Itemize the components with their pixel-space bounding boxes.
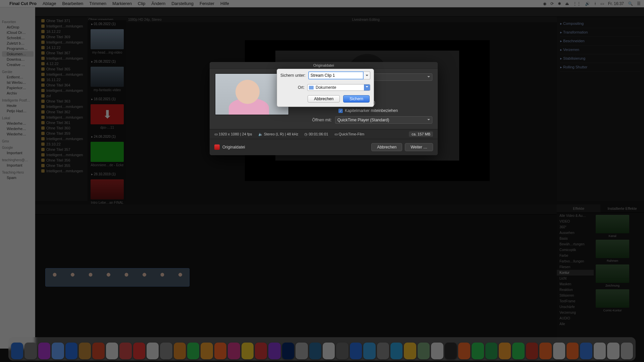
sidebar-item[interactable]: Spam [2,175,34,180]
browser-item[interactable]: Intelligent…mmlungen [35,56,87,61]
browser-item[interactable]: Intelligent…mmlungen [35,115,87,120]
volume-icon[interactable]: 🔊 [585,1,590,6]
thumb-tile[interactable]: my-fantastic-video [91,67,124,92]
dock-app[interactable] [404,343,416,359]
effects-tab[interactable]: Installierte Effekte [600,204,644,213]
browser-item[interactable]: Ohne Titel 367 [35,50,87,56]
dock-app[interactable] [147,343,159,359]
dock-app[interactable] [296,343,308,359]
dock-app[interactable] [65,343,77,359]
effect-thumb[interactable]: Kanal [596,215,629,238]
dock-app[interactable] [594,343,606,359]
dock-app[interactable] [445,343,457,359]
inspector-panel[interactable]: ▸ Compositing▸ Transformation▸ Beschneid… [557,17,644,201]
bluetooth-icon[interactable]: ᚼ [594,1,596,6]
dock-app[interactable] [106,343,118,359]
sidebar-item[interactable]: Petjo Had… [2,108,34,114]
sidebar-item[interactable]: iCloud Dr… [2,30,34,35]
dock-app[interactable] [214,343,226,359]
menu-fenster[interactable]: Fenster [200,1,214,6]
browser-item[interactable]: 4.12.22 [35,61,87,66]
timeline-ruler[interactable] [35,204,557,215]
browser-item[interactable]: 18.12.22 [35,29,87,34]
sidebar-item[interactable]: Dokumen… [2,51,34,57]
clock[interactable]: Fr. 16:37 [608,1,624,6]
browser-item[interactable]: Ohne Titel 357 [35,147,87,152]
sidebar-item[interactable]: Zuletzt b… [2,41,34,46]
dock-app[interactable] [38,343,50,359]
battery-icon[interactable]: ▭ [600,1,604,6]
effects-category[interactable]: Alle [557,321,594,327]
dock-app[interactable] [174,343,186,359]
menu-bearbeiten[interactable]: Bearbeiten [62,1,83,6]
export-destination[interactable]: Originaldatei [214,144,245,150]
openwith-select[interactable]: QuickTime Player (Standard) [335,116,432,124]
browser-item[interactable]: zvl [35,93,87,99]
timeline-clip[interactable] [45,268,190,287]
expand-save-icon[interactable] [364,71,370,79]
sidebar-item[interactable]: Entfernt… [2,74,34,80]
menu-trimmen[interactable]: Trimmen [89,1,106,6]
thumb-tile[interactable]: Abonniere…de - Ecke [91,142,124,167]
effects-tab[interactable]: Effekte [557,204,600,213]
dock-app[interactable] [390,343,402,359]
save-name-input[interactable] [308,71,364,79]
thumb-date[interactable]: ▸ 18.02.2021 (1) [88,95,126,101]
inspector-section[interactable]: ▸ Rolling Shutter [560,63,641,72]
browser-item[interactable]: Ohne Titel 356 [35,158,87,163]
browser-item[interactable]: Ohne Titel 369 [35,34,87,40]
inspector-section[interactable]: ▸ Compositing [560,19,641,28]
sidebar-item[interactable]: Wiederhe… [2,126,34,131]
dock-app[interactable] [309,343,321,359]
browser-item[interactable]: Ohne Titel 363 [35,99,87,104]
effects-category[interactable]: Farbvo…llungen [557,258,594,264]
effects-category[interactable]: Licht [557,276,594,281]
dock-app[interactable] [472,343,484,359]
status-icon[interactable]: ◉ [543,1,546,6]
effects-category[interactable]: Stilisieren [557,293,594,298]
effects-category[interactable]: Unschärfe [557,304,594,310]
dock-app[interactable] [228,343,240,359]
dock-app[interactable] [607,343,619,359]
dock-app[interactable] [133,343,145,359]
effects-category[interactable]: Alle Video & Au… [557,213,594,219]
browser-item[interactable]: 23.10.22 [35,141,87,147]
menu-clip[interactable]: Clip [138,1,145,6]
sidebar-item[interactable]: Heute [2,103,34,108]
dock-app[interactable] [553,343,565,359]
effects-category[interactable]: Fliesen [557,264,594,270]
browser-item[interactable]: Ohne Titel 364 [35,82,87,88]
thumb-tile[interactable]: ⬇dpo-…11 [91,104,124,129]
browser-item[interactable]: Intelligent…mmlungen [35,23,87,29]
dock-app[interactable] [92,343,104,359]
thumb-date[interactable]: ▸ 01.09.2022 (1) [88,20,126,26]
export-cancel-button[interactable]: Abbrechen [371,143,402,151]
dock-app[interactable] [539,343,551,359]
dock-app[interactable] [187,343,199,359]
browser-item[interactable]: Intelligent…mmlungen [35,104,87,109]
browser-item[interactable]: Ohne Titel 359 [35,131,87,136]
dock-app[interactable] [621,343,633,359]
browser-item[interactable]: 14.12.22 [35,45,87,50]
dock-app[interactable] [52,343,64,359]
browser-item[interactable]: Intelligent…mmlungen [35,88,87,93]
dock-app[interactable] [499,343,511,359]
thumb-date[interactable]: ▸ 28.10.2019 (1) [88,170,126,176]
effect-thumb[interactable]: Comic-Kontur [596,289,629,312]
browser-item[interactable]: 16.11.22 [35,77,87,82]
dock-app[interactable] [526,343,538,359]
dock-app[interactable] [377,343,389,359]
dock-app[interactable] [512,343,524,359]
sidebar-item[interactable]: Programm… [2,46,34,51]
notifications-icon[interactable]: ☰ [637,1,641,6]
status-icon[interactable]: ⏏ [565,1,569,6]
thumb-tile[interactable]: Intro Lebe…an FINAL [91,179,124,204]
dock-app[interactable] [431,343,443,359]
browser-item[interactable]: Ohne Titel 362 [35,109,87,115]
dock-app[interactable] [11,343,23,359]
wifi-icon[interactable]: ⋮⋮ [573,1,581,6]
dock-app[interactable] [24,343,37,359]
browser-item[interactable]: Ohne Titel 361 [35,120,87,125]
save-cancel-button[interactable]: Abbrechen [308,95,340,103]
dock-app[interactable] [79,343,91,359]
